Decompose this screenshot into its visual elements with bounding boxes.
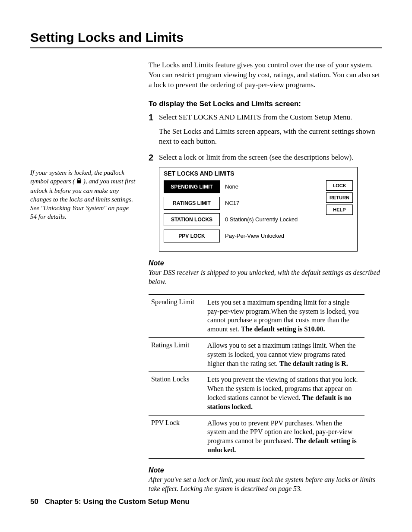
station-locks-value: 0 Station(s) Currently Locked	[220, 216, 298, 223]
panel-rows: SPENDING LIMIT None RATINGS LIMIT NC17 S…	[164, 180, 322, 246]
svg-rect-0	[77, 180, 81, 183]
desc-label: Spending Limit	[151, 298, 207, 334]
step-text: Select SET LOCKS AND LIMITS from the Cus…	[159, 113, 352, 123]
spending-limit-button[interactable]: SPENDING LIMIT	[164, 180, 220, 193]
page-number: 50	[30, 497, 38, 506]
intro-paragraph: The Locks and Limits feature gives you c…	[149, 60, 382, 90]
desc-text: Lets you set a maximum spending limit fo…	[207, 298, 362, 334]
page-title: Setting Locks and Limits	[30, 30, 382, 48]
row-ppv-lock: PPV LOCK Pay-Per-View Unlocked	[164, 230, 322, 242]
desc-text-bold: The default setting is $10.00.	[241, 325, 325, 333]
desc-text-bold: The default rating is R.	[279, 360, 348, 367]
step-text: Select a lock or limit from the screen (…	[159, 153, 353, 163]
row-ratings-limit: RATINGS LIMIT NC17	[164, 197, 322, 210]
main-column: The Locks and Limits feature gives you c…	[149, 60, 382, 501]
panel-body: SPENDING LIMIT None RATINGS LIMIT NC17 S…	[159, 179, 357, 251]
page-footer: 50 Chapter 5: Using the Custom Setup Men…	[30, 497, 190, 506]
step-number: 1	[149, 113, 159, 123]
desc-text: Allows you to prevent PPV purchases. Whe…	[207, 419, 362, 455]
help-button[interactable]: HELP	[326, 205, 353, 215]
desc-label: PPV Lock	[151, 419, 207, 455]
desc-row-ratings: Ratings Limit Allows you to set a maximu…	[149, 338, 364, 372]
margin-column: If your system is locked, the padlock sy…	[30, 60, 136, 501]
desc-row-ppv: PPV Lock Allows you to prevent PPV purch…	[149, 416, 364, 458]
panel-title: SET LOCKS AND LIMITS	[159, 167, 357, 179]
row-station-locks: STATION LOCKS 0 Station(s) Currently Loc…	[164, 213, 322, 226]
desc-text: Allows you to set a maximum ratings limi…	[207, 341, 362, 368]
lock-icon	[76, 177, 82, 186]
lock-button[interactable]: LOCK	[326, 180, 353, 191]
spending-limit-value: None	[220, 183, 238, 190]
desc-text: Lets you prevent the viewing of stations…	[207, 375, 362, 411]
desc-row-stations: Station Locks Lets you prevent the viewi…	[149, 372, 364, 415]
desc-row-spending: Spending Limit Lets you set a maximum sp…	[149, 295, 364, 338]
set-locks-panel: SET LOCKS AND LIMITS SPENDING LIMIT None…	[159, 167, 358, 252]
chapter-label: Chapter 5: Using the Custom Setup Menu	[45, 497, 190, 506]
station-locks-button[interactable]: STATION LOCKS	[164, 213, 220, 226]
ppv-lock-value: Pay-Per-View Unlocked	[220, 233, 284, 239]
instruction-heading: To display the Set Locks and Limits scre…	[149, 100, 382, 108]
step-2: 2 Select a lock or limit from the screen…	[149, 153, 382, 163]
note-body: Your DSS receiver is shipped to you unlo…	[149, 268, 382, 286]
step-number: 2	[149, 153, 159, 163]
note-heading: Note	[149, 259, 382, 267]
content-columns: If your system is locked, the padlock sy…	[30, 60, 382, 501]
margin-note: If your system is locked, the padlock sy…	[30, 168, 136, 221]
ratings-limit-button[interactable]: RATINGS LIMIT	[164, 197, 220, 210]
return-button[interactable]: RETURN	[326, 192, 353, 203]
description-table: Spending Limit Lets you set a maximum sp…	[149, 294, 364, 459]
ratings-limit-value: NC17	[220, 200, 239, 206]
ppv-lock-button[interactable]: PPV LOCK	[164, 230, 220, 242]
panel-side-buttons: LOCK RETURN HELP	[326, 180, 353, 246]
desc-label: Ratings Limit	[151, 341, 207, 368]
step-1: 1 Select SET LOCKS AND LIMITS from the C…	[149, 113, 382, 123]
step-1-result: The Set Locks and Limits screen appears,…	[159, 127, 382, 147]
desc-label: Station Locks	[151, 375, 207, 411]
row-spending-limit: SPENDING LIMIT None	[164, 180, 322, 193]
note-body-2: After you've set a lock or limit, you mu…	[149, 475, 382, 494]
step-list: 1 Select SET LOCKS AND LIMITS from the C…	[149, 113, 382, 163]
note-heading-2: Note	[149, 466, 382, 474]
